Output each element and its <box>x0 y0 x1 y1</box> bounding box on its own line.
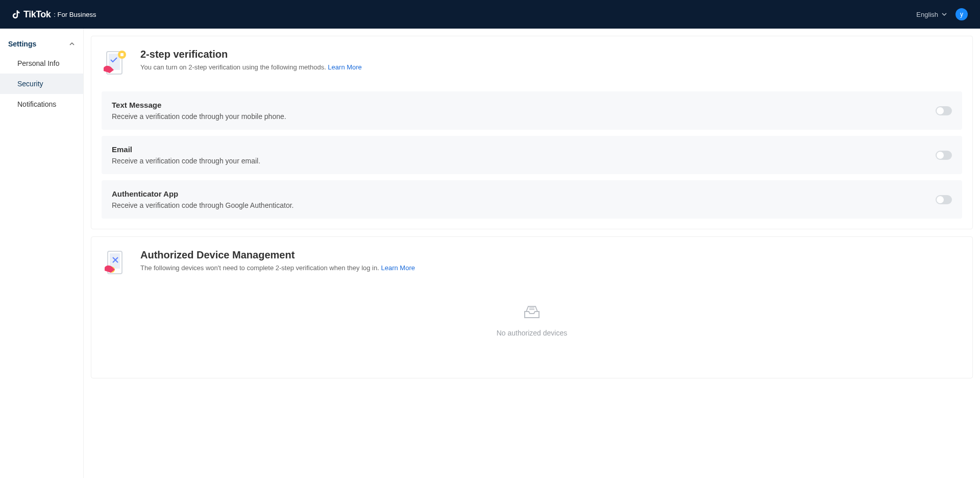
svg-rect-3 <box>120 53 124 56</box>
language-label: English <box>916 11 938 18</box>
sidebar-item-label: Security <box>17 80 43 88</box>
option-text-message: Text Message Receive a verification code… <box>102 91 962 130</box>
toggle-authenticator[interactable] <box>936 195 952 204</box>
content-area: 2-step verification You can turn on 2-st… <box>84 29 980 478</box>
option-title: Email <box>112 145 260 154</box>
language-selector[interactable]: English <box>916 11 947 18</box>
top-header: TikTok : For Business English y <box>0 0 980 29</box>
avatar[interactable]: y <box>955 8 968 20</box>
option-authenticator: Authenticator App Receive a verification… <box>102 180 962 219</box>
option-desc: Receive a verification code through Goog… <box>112 201 293 209</box>
option-email: Email Receive a verification code throug… <box>102 136 962 174</box>
toggle-email[interactable] <box>936 151 952 160</box>
two-step-title: 2-step verification <box>140 49 362 60</box>
inbox-empty-icon <box>523 304 541 322</box>
sidebar-item-notifications[interactable]: Notifications <box>0 94 83 114</box>
sidebar-item-label: Personal Info <box>17 59 60 67</box>
logo-subtext: : For Business <box>54 11 96 18</box>
sidebar-item-security[interactable]: Security <box>0 74 83 94</box>
avatar-initial: y <box>960 11 963 18</box>
devices-learn-more-link[interactable]: Learn More <box>381 264 414 272</box>
sidebar-item-personal-info[interactable]: Personal Info <box>0 53 83 74</box>
two-step-learn-more-link[interactable]: Learn More <box>328 63 361 71</box>
option-desc: Receive a verification code through your… <box>112 157 260 165</box>
toggle-text-message[interactable] <box>936 106 952 115</box>
two-step-illustration-icon <box>102 49 130 77</box>
option-title: Text Message <box>112 101 286 109</box>
sidebar-title: Settings <box>8 40 36 48</box>
logo[interactable]: TikTok : For Business <box>12 9 96 20</box>
sidebar-section-settings[interactable]: Settings <box>0 35 83 53</box>
tiktok-icon <box>12 9 21 19</box>
sidebar-item-label: Notifications <box>17 100 56 108</box>
logo-text: TikTok <box>23 9 51 20</box>
devices-desc: The following devices won't need to comp… <box>140 264 415 272</box>
chevron-up-icon <box>69 41 75 47</box>
two-step-card: 2-step verification You can turn on 2-st… <box>91 36 973 229</box>
option-desc: Receive a verification code through your… <box>112 112 286 121</box>
chevron-down-icon <box>941 11 947 17</box>
devices-illustration-icon <box>102 249 130 278</box>
sidebar: Settings Personal Info Security Notifica… <box>0 29 84 478</box>
devices-empty-state: No authorized devices <box>102 284 962 368</box>
two-step-desc: You can turn on 2-step verification usin… <box>140 63 362 71</box>
option-title: Authenticator App <box>112 189 293 198</box>
devices-empty-text: No authorized devices <box>497 329 568 337</box>
devices-title: Authorized Device Management <box>140 249 415 261</box>
devices-card: Authorized Device Management The followi… <box>91 236 973 378</box>
